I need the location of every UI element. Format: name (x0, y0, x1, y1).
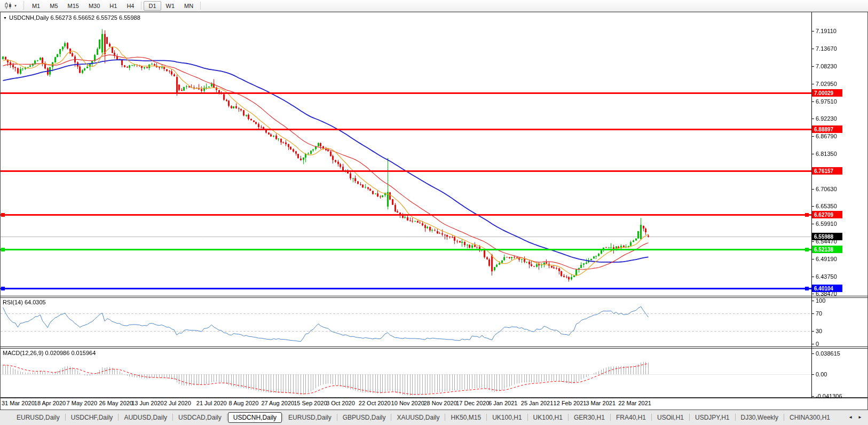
chart-tab-usoil-h1[interactable]: USOil,H1 (652, 413, 689, 422)
timeframe-toolbar: ▼ M1M5M15M30H1H4D1W1MN (0, 0, 868, 12)
chart-tab-gbpusd-daily[interactable]: GBPUSD,Daily (338, 413, 391, 422)
chart-title-text: USDCNH,Daily 6.56273 6.56652 6.55725 6.5… (9, 14, 140, 21)
chart-tab-dj30-weekly[interactable]: DJ30,Weekly (736, 413, 783, 422)
chart-tab-usdjpy-h1[interactable]: USDJPY,H1 (690, 413, 734, 422)
time-axis-label: 22 Mar 2021 (618, 400, 651, 406)
time-axis-label: 6 Jan 2021 (488, 400, 517, 406)
time-axis-label: 2 Jul 2020 (164, 400, 191, 406)
dropdown-caret-icon: ▼ (14, 4, 17, 7)
time-axis-label: 27 Aug 2020 (261, 400, 294, 406)
timeframe-buttons: M1M5M15M30H1H4D1W1MN (27, 1, 203, 11)
chart-tab-audusd-daily[interactable]: AUDUSD,Daily (119, 413, 172, 422)
tab-separator (486, 414, 487, 421)
time-axis-label: 22 Oct 2020 (359, 400, 391, 406)
time-axis-label: 13 Jun 2020 (131, 400, 164, 406)
toolbar-separator (141, 2, 141, 10)
time-axis-label: 18 Apr 2020 (34, 400, 66, 406)
rsi-indicator-label: RSI(14) 64.0305 (3, 299, 46, 305)
toolbar-grip (21, 2, 24, 10)
tab-separator (445, 414, 445, 421)
chart-tab-uk100-h1[interactable]: UK100,H1 (487, 413, 526, 422)
timeframe-button-w1[interactable]: W1 (161, 1, 180, 11)
timeframe-button-d1[interactable]: D1 (144, 1, 161, 11)
timeframe-button-h4[interactable]: H4 (122, 1, 139, 11)
time-axis-label: 28 Nov 2020 (423, 400, 456, 406)
time-axis-label: 26 May 2020 (99, 400, 133, 406)
time-axis[interactable]: 31 Mar 202018 Apr 20207 May 202026 May 2… (1, 398, 867, 410)
toolbar-separator (200, 2, 201, 10)
chart-window: ▼ USDCNH,Daily 6.56273 6.56652 6.55725 6… (0, 12, 868, 410)
timeframe-button-m15[interactable]: M15 (63, 1, 84, 11)
timeframe-button-h1[interactable]: H1 (105, 1, 122, 11)
chart-tabs-bar: EURUSD,DailyUSDCHF,DailyAUDUSD,DailyUSDC… (0, 410, 868, 425)
chart-tab-hk50-m15[interactable]: HK50,M15 (446, 413, 486, 422)
time-axis-label: 3 Mar 2021 (586, 400, 616, 406)
tab-separator (337, 414, 337, 421)
tab-separator (784, 414, 784, 421)
chart-tab-xauusd-daily[interactable]: XAUUSD,Daily (392, 413, 444, 422)
macd-indicator-label: MACD(12,26,9) 0.020986 0.015964 (3, 350, 96, 356)
candlestick-cursor-icon (5, 2, 12, 9)
chart-title: ▼ USDCNH,Daily 6.56273 6.56652 6.55725 6… (3, 14, 140, 21)
time-axis-label: 12 Feb 2021 (554, 400, 587, 406)
chart-tab-ger30-h1[interactable]: GER30,H1 (569, 413, 610, 422)
time-axis-label: 10 Nov 2020 (391, 400, 424, 406)
collapse-chart-icon[interactable]: ▼ (3, 16, 7, 20)
chart-tab-usdcad-daily[interactable]: USDCAD,Daily (173, 413, 226, 422)
tab-separator (689, 414, 690, 421)
time-axis-label: 17 Dec 2020 (456, 400, 489, 406)
chart-cursor-tool-button[interactable]: ▼ (2, 2, 20, 10)
tab-separator (65, 414, 66, 421)
tab-separator (527, 414, 528, 421)
tab-separator (282, 414, 283, 421)
tab-scroll-right-button[interactable]: ► (856, 414, 864, 421)
time-axis-label: 31 Mar 2020 (2, 400, 35, 406)
chart-tab-eurusd-daily[interactable]: EURUSD,Daily (12, 413, 65, 422)
time-axis-label: 8 Aug 2020 (229, 400, 259, 406)
tab-separator (651, 414, 652, 421)
timeframe-button-m30[interactable]: M30 (84, 1, 105, 11)
tab-separator (735, 414, 736, 421)
time-axis-label: 7 May 2020 (67, 400, 97, 406)
timeframe-button-m5[interactable]: M5 (45, 1, 62, 11)
tab-separator (568, 414, 569, 421)
time-axis-label: 25 Jan 2021 (521, 400, 554, 406)
tab-separator (610, 414, 611, 421)
tab-scroll-buttons: ◄ ► (846, 414, 866, 421)
time-axis-label: 3 Oct 2020 (326, 400, 355, 406)
timeframe-button-m1[interactable]: M1 (27, 1, 45, 11)
tab-separator (391, 414, 391, 421)
tab-scroll-left-button[interactable]: ◄ (846, 414, 855, 421)
chart-tab-fra40-h1[interactable]: FRA40,H1 (611, 413, 651, 422)
tab-separator (118, 414, 119, 421)
price-chart-canvas[interactable] (1, 12, 867, 398)
timeframe-button-mn[interactable]: MN (179, 1, 198, 11)
chart-tab-eurusd-daily[interactable]: EURUSD,Daily (283, 413, 336, 422)
tab-separator (227, 414, 227, 421)
time-axis-label: 15 Sep 2020 (294, 400, 327, 406)
chart-tab-usdcnh-daily[interactable]: USDCNH,Daily (228, 412, 282, 423)
chart-tab-china300-h1[interactable]: CHINA300,H1 (785, 413, 835, 422)
chart-tab-uk100-h1[interactable]: UK100,H1 (528, 413, 567, 422)
tab-separator (172, 414, 173, 421)
chart-tab-usdchf-daily[interactable]: USDCHF,Daily (66, 413, 118, 422)
time-axis-label: 21 Jul 2020 (196, 400, 227, 406)
